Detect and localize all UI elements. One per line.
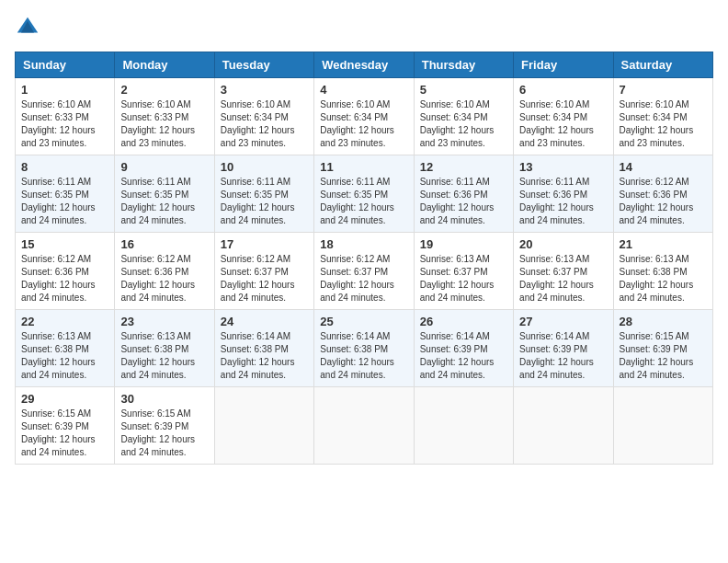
day-info: Sunrise: 6:15 AMSunset: 6:39 PMDaylight:… [120,408,208,459]
day-info: Sunrise: 6:13 AMSunset: 6:37 PMDaylight:… [420,253,507,304]
day-number: 10 [221,160,308,174]
day-number: 18 [320,237,407,251]
day-number: 24 [221,315,308,328]
calendar-day-cell: 1Sunrise: 6:10 AMSunset: 6:33 PMDaylight… [16,78,115,155]
day-info: Sunrise: 6:11 AMSunset: 6:35 PMDaylight:… [221,176,308,227]
day-number: 13 [519,160,607,174]
day-info: Sunrise: 6:13 AMSunset: 6:37 PMDaylight:… [519,253,607,304]
calendar-day-cell: 27Sunrise: 6:14 AMSunset: 6:39 PMDayligh… [514,310,613,387]
day-number: 21 [620,237,707,251]
day-info: Sunrise: 6:12 AMSunset: 6:36 PMDaylight:… [120,253,208,304]
day-number: 11 [320,160,407,174]
day-number: 16 [120,237,208,251]
day-number: 7 [620,83,707,97]
day-info: Sunrise: 6:10 AMSunset: 6:34 PMDaylight:… [420,98,507,150]
day-info: Sunrise: 6:14 AMSunset: 6:39 PMDaylight:… [519,330,607,382]
day-info: Sunrise: 6:12 AMSunset: 6:36 PMDaylight:… [620,176,707,227]
calendar-day-cell: 14Sunrise: 6:12 AMSunset: 6:36 PMDayligh… [613,155,712,233]
day-number: 17 [221,237,308,251]
day-info: Sunrise: 6:14 AMSunset: 6:39 PMDaylight:… [420,330,507,382]
day-number: 26 [420,315,507,328]
day-number: 14 [620,160,707,174]
calendar-day-cell: 7Sunrise: 6:10 AMSunset: 6:34 PMDaylight… [613,78,712,155]
calendar-day-header: Thursday [414,52,513,78]
day-info: Sunrise: 6:10 AMSunset: 6:33 PMDaylight:… [120,98,208,150]
day-number: 28 [620,315,707,328]
day-info: Sunrise: 6:13 AMSunset: 6:38 PMDaylight:… [120,330,208,382]
calendar-day-cell: 20Sunrise: 6:13 AMSunset: 6:37 PMDayligh… [514,233,613,310]
calendar-day-cell: 28Sunrise: 6:15 AMSunset: 6:39 PMDayligh… [613,310,712,387]
day-number: 19 [420,237,507,251]
day-number: 22 [21,315,108,328]
calendar-day-cell [214,387,313,465]
calendar-body: 1Sunrise: 6:10 AMSunset: 6:33 PMDaylight… [16,78,713,465]
day-number: 27 [519,315,607,328]
calendar-day-cell: 12Sunrise: 6:11 AMSunset: 6:36 PMDayligh… [414,155,513,233]
calendar-day-cell: 11Sunrise: 6:11 AMSunset: 6:35 PMDayligh… [314,155,414,233]
day-info: Sunrise: 6:10 AMSunset: 6:34 PMDaylight:… [519,98,607,150]
day-info: Sunrise: 6:12 AMSunset: 6:37 PMDaylight:… [221,253,308,304]
calendar-day-cell: 19Sunrise: 6:13 AMSunset: 6:37 PMDayligh… [414,233,513,310]
calendar-day-cell: 10Sunrise: 6:11 AMSunset: 6:35 PMDayligh… [214,155,313,233]
calendar-week-row: 29Sunrise: 6:15 AMSunset: 6:39 PMDayligh… [16,387,713,465]
calendar-day-cell: 22Sunrise: 6:13 AMSunset: 6:38 PMDayligh… [16,310,115,387]
day-info: Sunrise: 6:10 AMSunset: 6:34 PMDaylight:… [620,98,707,150]
calendar-day-cell: 15Sunrise: 6:12 AMSunset: 6:36 PMDayligh… [16,233,115,310]
calendar-day-cell: 13Sunrise: 6:11 AMSunset: 6:36 PMDayligh… [514,155,613,233]
calendar-day-cell: 4Sunrise: 6:10 AMSunset: 6:34 PMDaylight… [314,78,414,155]
calendar-day-cell: 18Sunrise: 6:12 AMSunset: 6:37 PMDayligh… [314,233,414,310]
day-number: 2 [120,83,208,97]
day-number: 12 [420,160,507,174]
day-info: Sunrise: 6:11 AMSunset: 6:36 PMDaylight:… [519,176,607,227]
day-info: Sunrise: 6:15 AMSunset: 6:39 PMDaylight:… [21,408,108,459]
day-info: Sunrise: 6:13 AMSunset: 6:38 PMDaylight:… [620,253,707,304]
calendar-day-cell: 3Sunrise: 6:10 AMSunset: 6:34 PMDaylight… [214,78,313,155]
page-header [15,15,713,40]
calendar-day-cell: 9Sunrise: 6:11 AMSunset: 6:35 PMDaylight… [115,155,214,233]
calendar-day-header: Saturday [613,52,712,78]
day-info: Sunrise: 6:14 AMSunset: 6:38 PMDaylight:… [221,330,308,382]
day-info: Sunrise: 6:11 AMSunset: 6:35 PMDaylight:… [320,176,407,227]
calendar-day-header: Monday [115,52,214,78]
day-info: Sunrise: 6:10 AMSunset: 6:34 PMDaylight:… [320,98,407,150]
day-number: 25 [320,315,407,328]
day-info: Sunrise: 6:11 AMSunset: 6:35 PMDaylight:… [120,176,208,227]
day-number: 29 [21,392,108,406]
calendar-header-row: SundayMondayTuesdayWednesdayThursdayFrid… [16,52,713,78]
day-info: Sunrise: 6:11 AMSunset: 6:35 PMDaylight:… [21,176,108,227]
calendar-day-cell: 8Sunrise: 6:11 AMSunset: 6:35 PMDaylight… [16,155,115,233]
day-number: 1 [21,83,108,97]
day-number: 20 [519,237,607,251]
day-info: Sunrise: 6:10 AMSunset: 6:33 PMDaylight:… [21,98,108,150]
calendar-day-cell: 16Sunrise: 6:12 AMSunset: 6:36 PMDayligh… [115,233,214,310]
calendar-week-row: 1Sunrise: 6:10 AMSunset: 6:33 PMDaylight… [16,78,713,155]
day-info: Sunrise: 6:10 AMSunset: 6:34 PMDaylight:… [221,98,308,150]
calendar-week-row: 8Sunrise: 6:11 AMSunset: 6:35 PMDaylight… [16,155,713,233]
calendar-day-cell [314,387,414,465]
day-number: 15 [21,237,108,251]
calendar-day-cell: 29Sunrise: 6:15 AMSunset: 6:39 PMDayligh… [16,387,115,465]
day-info: Sunrise: 6:12 AMSunset: 6:36 PMDaylight:… [21,253,108,304]
calendar-day-cell: 6Sunrise: 6:10 AMSunset: 6:34 PMDaylight… [514,78,613,155]
day-info: Sunrise: 6:13 AMSunset: 6:38 PMDaylight:… [21,330,108,382]
calendar-day-header: Sunday [16,52,115,78]
day-number: 4 [320,83,407,97]
calendar-day-cell: 17Sunrise: 6:12 AMSunset: 6:37 PMDayligh… [214,233,313,310]
calendar-day-header: Tuesday [214,52,313,78]
calendar-day-cell: 23Sunrise: 6:13 AMSunset: 6:38 PMDayligh… [115,310,214,387]
day-number: 6 [519,83,607,97]
calendar-week-row: 22Sunrise: 6:13 AMSunset: 6:38 PMDayligh… [16,310,713,387]
day-number: 8 [21,160,108,174]
calendar-day-cell: 26Sunrise: 6:14 AMSunset: 6:39 PMDayligh… [414,310,513,387]
calendar-day-header: Friday [514,52,613,78]
day-info: Sunrise: 6:15 AMSunset: 6:39 PMDaylight:… [620,330,707,382]
calendar-day-cell [613,387,712,465]
day-number: 9 [120,160,208,174]
calendar-day-cell: 2Sunrise: 6:10 AMSunset: 6:33 PMDaylight… [115,78,214,155]
day-number: 3 [221,83,308,97]
calendar-week-row: 15Sunrise: 6:12 AMSunset: 6:36 PMDayligh… [16,233,713,310]
day-info: Sunrise: 6:12 AMSunset: 6:37 PMDaylight:… [320,253,407,304]
day-number: 30 [120,392,208,406]
calendar-day-cell [414,387,513,465]
logo [15,15,44,40]
